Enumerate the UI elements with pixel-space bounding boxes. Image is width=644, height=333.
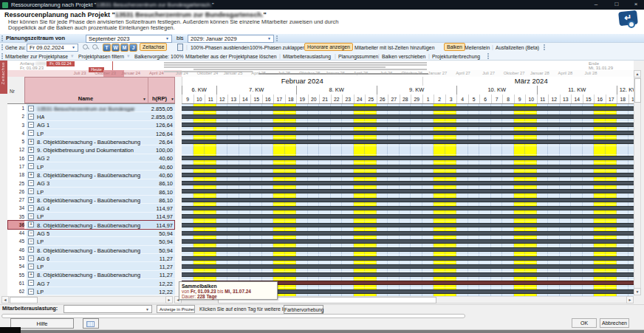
gantt-summary-bar[interactable] bbox=[182, 181, 634, 185]
gantt-summary-bar[interactable] bbox=[182, 256, 634, 261]
gantt-summary-bar[interactable] bbox=[182, 239, 634, 244]
scale-day-button[interactable]: T bbox=[103, 44, 111, 52]
collapse-100-phases-button[interactable]: 100%-Phasen zuklappen bbox=[250, 45, 306, 50]
collapse-toggle-icon[interactable]: − bbox=[28, 205, 34, 211]
scroll-down-arrow[interactable]: ▼ bbox=[634, 288, 641, 295]
chevron-down-icon[interactable]: ▾ bbox=[127, 53, 130, 59]
gantt-summary-bar[interactable] bbox=[182, 123, 634, 127]
goto-date-select[interactable]: Fr 09.02.2024▼ bbox=[27, 44, 78, 52]
collapse-toggle-icon[interactable]: − bbox=[28, 180, 34, 186]
column-header-name[interactable]: Name bbox=[27, 95, 145, 102]
collapse-toggle-icon[interactable]: − bbox=[28, 280, 34, 286]
minimize-button[interactable]: – bbox=[589, 0, 603, 10]
table-row[interactable]: −AG 4114,97 bbox=[27, 204, 175, 212]
column-header-hours[interactable]: h(RP) bbox=[148, 95, 171, 102]
move-bars-button[interactable]: Balken verschieben bbox=[382, 54, 425, 59]
gantt-summary-bar[interactable] bbox=[182, 106, 634, 111]
expand-toggle-icon[interactable]: + bbox=[28, 139, 34, 145]
table-row[interactable]: −AG 240,60 bbox=[27, 154, 175, 162]
show-fees-button[interactable]: Honorare anzeigen bbox=[304, 43, 353, 51]
collapse-toggle-icon[interactable]: − bbox=[28, 264, 34, 270]
collapse-toggle-icon[interactable]: − bbox=[28, 122, 34, 128]
delete-employee-button[interactable]: Mitarbeiter aus der Projektphase löschen bbox=[185, 54, 277, 59]
expand-toggle-icon[interactable]: + bbox=[28, 247, 34, 253]
collapse-toggle-icon[interactable]: − bbox=[28, 238, 34, 244]
scroll-right-arrow[interactable]: ► bbox=[165, 296, 173, 303]
table-row[interactable]: −AG 386,10 bbox=[27, 179, 175, 188]
toolbar-grip[interactable] bbox=[1, 53, 4, 59]
gantt-summary-bar[interactable] bbox=[182, 156, 634, 160]
utilization-select[interactable]: ▼ bbox=[64, 305, 152, 313]
timeline-button[interactable]: Zeitachse bbox=[140, 43, 167, 51]
collapse-toggle-icon[interactable]: − bbox=[28, 230, 34, 236]
sort-arrow-icon[interactable]: ▼ bbox=[143, 97, 146, 101]
planning-from-select[interactable]: September 2023▼ bbox=[86, 35, 172, 43]
tab-zeitachse[interactable]: Zeitachse bbox=[0, 61, 7, 94]
collapse-toggle-icon[interactable]: − bbox=[28, 289, 34, 295]
add-employees-actual-times-button[interactable]: Mitarbeiter mit Ist-Zeiten hinzufügen bbox=[354, 45, 434, 50]
table-row[interactable]: +9. Objektbetreuung und Dokumentation100… bbox=[27, 145, 175, 154]
scroll-right-arrow[interactable]: ► bbox=[626, 296, 634, 303]
display-mode-select[interactable]: Anzeige in Prozent▼ bbox=[157, 305, 195, 313]
table-row[interactable]: +8. Objektüberwachung - Bauüberwachung50… bbox=[27, 246, 175, 254]
collapse-toggle-icon[interactable]: − bbox=[28, 213, 34, 219]
gantt-summary-bar[interactable] bbox=[182, 272, 634, 277]
table-row[interactable]: +8. Objektüberwachung - Bauüberwachung26… bbox=[27, 137, 175, 145]
milestone-button[interactable]: Meilenstein bbox=[465, 45, 490, 50]
expand-toggle-icon[interactable]: + bbox=[28, 147, 34, 153]
table-row[interactable]: −LP86,10 bbox=[27, 188, 175, 196]
collapse-toggle-icon[interactable]: − bbox=[28, 130, 34, 136]
gantt-summary-bar[interactable] bbox=[182, 264, 634, 269]
zoom-out-icon[interactable] bbox=[83, 44, 89, 51]
gantt-summary-bar[interactable] bbox=[182, 214, 634, 219]
table-row[interactable]: +8. Objektüberwachung - Bauüberwachung11… bbox=[27, 271, 175, 279]
collapse-toggle-icon[interactable]: − bbox=[28, 188, 34, 194]
chevron-down-icon[interactable]: ▾ bbox=[71, 53, 74, 59]
panel-splitter[interactable] bbox=[175, 77, 182, 296]
toolbar-grip[interactable] bbox=[276, 35, 278, 41]
table-row[interactable]: +8. Objektüberwachung - Bauüberwachung40… bbox=[27, 171, 175, 179]
gantt-vertical-scrollbar[interactable] bbox=[634, 70, 641, 295]
ok-button[interactable]: OK bbox=[572, 318, 597, 328]
gantt-summary-bar[interactable] bbox=[182, 140, 634, 144]
table-row[interactable]: −AG 611,27 bbox=[27, 254, 175, 262]
table-row[interactable]: −13531 Besucherzentrum zur Bundesgar2.85… bbox=[27, 104, 175, 112]
close-button[interactable]: × bbox=[629, 0, 643, 10]
scale-month-button[interactable]: M bbox=[120, 44, 129, 52]
overview-goto-marker[interactable]: Fr, 09.02.24 bbox=[47, 61, 75, 66]
scroll-left-arrow[interactable]: ◄ bbox=[1, 296, 9, 303]
bar-default-button[interactable]: Balkenvorgabe: 100% bbox=[134, 54, 184, 59]
gantt-summary-bar[interactable] bbox=[182, 247, 634, 252]
toolbar-grip[interactable] bbox=[544, 44, 546, 50]
expand-toggle-icon[interactable]: + bbox=[28, 197, 34, 203]
gantt-summary-bar[interactable] bbox=[182, 198, 634, 202]
collapse-toggle-icon[interactable]: − bbox=[28, 255, 34, 261]
table-row[interactable]: −AG 550,94 bbox=[27, 229, 175, 237]
collapse-toggle-icon[interactable]: − bbox=[28, 155, 34, 161]
cancel-button[interactable]: Abbrechen bbox=[600, 318, 629, 328]
collapse-toggle-icon[interactable]: − bbox=[28, 114, 34, 120]
expand-toggle-icon[interactable]: + bbox=[28, 172, 34, 178]
assign-employee-menu[interactable]: Mitarbeiter zur Projektphase bbox=[5, 54, 68, 59]
hide-100-phases-button[interactable]: 100%-Phasen ausblenden bbox=[191, 45, 250, 50]
planning-sums-button[interactable]: Planungssummen bbox=[338, 54, 378, 59]
expand-toggle-icon[interactable]: + bbox=[28, 272, 34, 278]
collapse-toggle-icon[interactable]: − bbox=[28, 106, 34, 111]
gantt-summary-bar[interactable] bbox=[182, 165, 634, 169]
gantt-summary-bar[interactable] bbox=[182, 173, 634, 177]
table-row[interactable]: −LP50,94 bbox=[27, 237, 175, 245]
vertical-scroll-thumb[interactable] bbox=[634, 78, 641, 103]
horizontal-scroll-thumb[interactable] bbox=[10, 297, 38, 303]
table-row[interactable]: −AG 712,22 bbox=[27, 279, 175, 287]
color-highlight-button[interactable]: Farbhervorhebung bbox=[284, 305, 323, 314]
gantt-summary-bar[interactable] bbox=[182, 189, 634, 193]
sort-arrow-icon[interactable]: ▼ bbox=[171, 97, 174, 101]
toolbar-grip[interactable] bbox=[487, 53, 490, 59]
maximize-button[interactable]: □ bbox=[610, 0, 623, 10]
collapse-toggle-icon[interactable]: − bbox=[28, 163, 34, 169]
filter-phases-menu[interactable]: Projektphasen filtern bbox=[78, 54, 124, 59]
table-row[interactable]: −LP11,27 bbox=[27, 262, 175, 270]
gantt-summary-bar[interactable] bbox=[182, 206, 634, 210]
table-row[interactable]: −AG 1126,64 bbox=[27, 121, 175, 129]
gantt-summary-bar[interactable] bbox=[182, 223, 634, 227]
